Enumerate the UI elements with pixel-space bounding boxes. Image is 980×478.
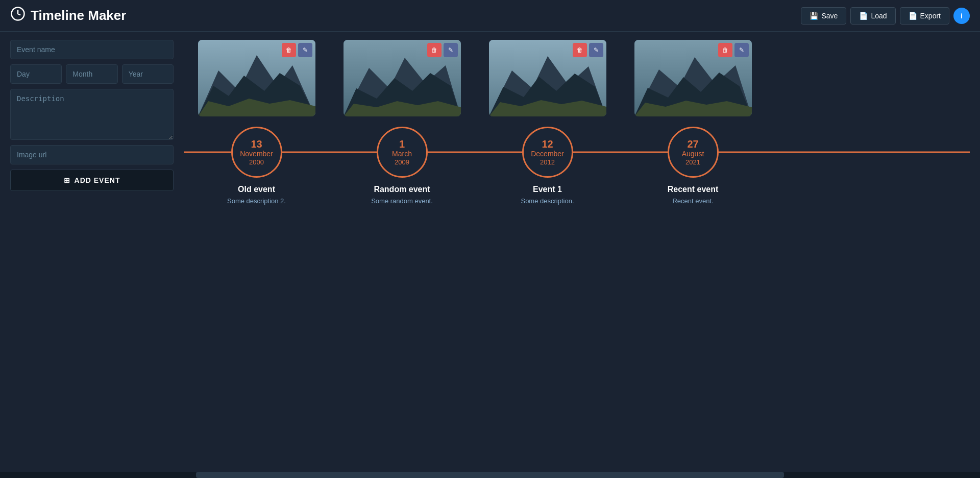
clock-icon [10,6,26,25]
event-4-delete-button[interactable]: 🗑 [718,43,732,57]
event-4-month: August [682,150,704,158]
scrollbar-thumb[interactable] [196,472,784,478]
month-input[interactable] [66,64,117,84]
event-3-controls: 🗑 ✎ [573,43,603,57]
save-icon: 💾 [810,12,818,20]
day-input[interactable] [10,64,62,84]
add-event-icon: ⊞ [64,176,70,184]
event-4-year: 2021 [685,158,700,166]
event-circle-3: 12 December 2012 [522,127,573,178]
event-1-name: Old event [238,185,275,194]
event-circle-wrapper-1: 13 November 2000 [184,127,329,178]
event-circle-2: 1 March 2009 [377,127,428,178]
event-form-sidebar: ⊞ ADD EVENT [10,40,174,205]
event-card-3: 🗑 ✎ [475,40,620,122]
event-3-month: December [531,150,564,158]
event-image-2: 🗑 ✎ [344,40,461,116]
horizontal-scrollbar[interactable] [0,472,980,478]
events-images-row: 🗑 ✎ [184,40,970,122]
event-3-day: 12 [542,138,553,150]
year-input[interactable] [122,64,174,84]
event-1-controls: 🗑 ✎ [282,43,312,57]
event-card-1: 🗑 ✎ [184,40,329,122]
event-3-delete-button[interactable]: 🗑 [573,43,587,57]
app-header: Timeline Maker 💾 Save 📄 Load 📄 Export i [0,0,980,32]
event-circle-wrapper-2: 1 March 2009 [329,127,475,178]
app-title-group: Timeline Maker [10,6,801,25]
event-2-name: Random event [374,185,430,194]
export-icon: 📄 [909,12,917,20]
add-event-button[interactable]: ⊞ ADD EVENT [10,170,174,191]
event-4-controls: 🗑 ✎ [718,43,749,57]
event-4-name: Recent event [668,185,719,194]
event-1-edit-button[interactable]: ✎ [298,43,312,57]
add-event-label: ADD EVENT [75,176,120,184]
event-circle-1: 13 November 2000 [231,127,282,178]
event-4-description: Recent event. [672,197,713,205]
event-4-text: Recent event Recent event. [620,185,766,205]
info-button[interactable]: i [953,8,970,24]
event-1-description: Some description 2. [227,197,286,205]
event-2-month: March [392,150,412,158]
event-image-3: 🗑 ✎ [489,40,606,116]
load-icon: 📄 [859,12,868,20]
export-button[interactable]: 📄 Export [900,7,949,25]
event-2-description: Some random event. [371,197,433,205]
event-image-4: 🗑 ✎ [634,40,752,116]
event-2-day: 1 [399,138,405,150]
event-2-year: 2009 [395,158,409,166]
event-2-controls: 🗑 ✎ [427,43,458,57]
app-title: Timeline Maker [31,8,126,23]
event-image-1: 🗑 ✎ [198,40,315,116]
event-circle-4: 27 August 2021 [668,127,719,178]
event-4-day: 27 [687,138,698,150]
event-2-delete-button[interactable]: 🗑 [427,43,442,57]
event-3-year: 2012 [540,158,555,166]
load-button[interactable]: 📄 Load [850,7,895,25]
event-1-year: 2000 [249,158,264,166]
event-2-text: Random event Some random event. [329,185,475,205]
event-2-edit-button[interactable]: ✎ [444,43,458,57]
event-circle-wrapper-3: 12 December 2012 [475,127,620,178]
event-3-edit-button[interactable]: ✎ [589,43,603,57]
timeline-canvas: 🗑 ✎ [184,40,970,205]
save-button[interactable]: 💾 Save [801,7,846,25]
header-buttons: 💾 Save 📄 Load 📄 Export i [801,7,970,25]
event-3-text: Event 1 Some description. [475,185,620,205]
timeline-line-row: 13 November 2000 1 March 2009 [184,127,970,178]
event-1-delete-button[interactable]: 🗑 [282,43,296,57]
event-name-input[interactable] [10,40,174,59]
events-text-row: Old event Some description 2. Random eve… [184,185,970,205]
event-1-text: Old event Some description 2. [184,185,329,205]
date-row [10,64,174,84]
event-card-2: 🗑 ✎ [329,40,475,122]
event-1-month: November [240,150,273,158]
event-1-day: 13 [251,138,262,150]
event-4-edit-button[interactable]: ✎ [734,43,749,57]
event-3-name: Event 1 [533,185,562,194]
event-circle-wrapper-4: 27 August 2021 [620,127,766,178]
event-card-4: 🗑 ✎ [620,40,766,122]
description-input[interactable] [10,89,174,140]
main-layout: ⊞ ADD EVENT [0,32,980,213]
image-url-input[interactable] [10,145,174,164]
timeline-area: 🗑 ✎ [184,40,970,205]
event-3-description: Some description. [521,197,574,205]
